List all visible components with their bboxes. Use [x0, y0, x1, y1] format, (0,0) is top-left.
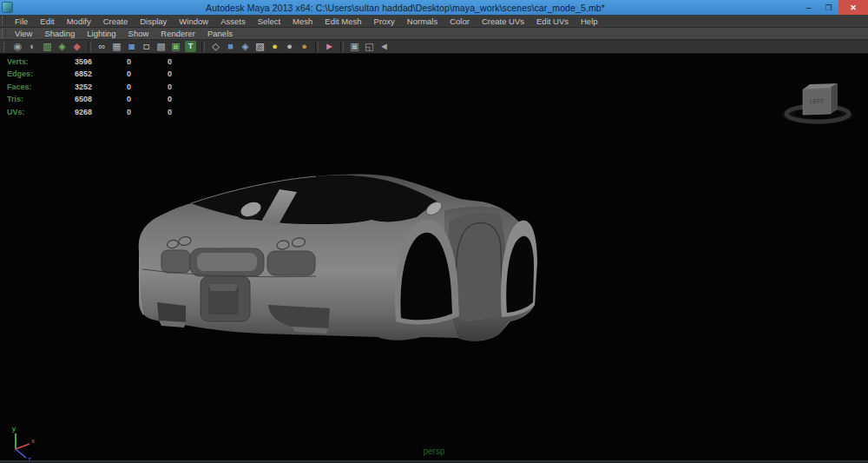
camera-attributes-icon[interactable]: ▥ — [42, 41, 53, 52]
menu-help[interactable]: Help — [575, 17, 604, 26]
panel-menu-renderer[interactable]: Renderer — [155, 29, 201, 38]
hud-row-edges: Edges: 6852 0 0 — [7, 68, 172, 80]
hud-value: 3252 — [68, 81, 92, 93]
axis-x-label: x — [31, 437, 35, 445]
menu-create-uvs[interactable]: Create UVs — [476, 17, 530, 26]
axis-gizmo: y x z — [3, 422, 42, 462]
close-button[interactable]: ✕ — [838, 0, 868, 15]
menu-display[interactable]: Display — [134, 17, 173, 26]
smooth-shade-icon[interactable]: ■ — [225, 41, 236, 52]
hud-value: 6508 — [68, 93, 92, 105]
minimize-button[interactable]: – — [799, 0, 819, 15]
menu-mesh[interactable]: Mesh — [286, 17, 319, 26]
viewport-persp[interactable]: Verts: 3596 0 0 Edges: 6852 0 0 Faces: 3… — [0, 54, 868, 460]
hud-label: Edges: — [7, 68, 68, 80]
camera-label: persp — [373, 446, 495, 456]
ambient-occlusion-icon[interactable]: ● — [299, 41, 310, 52]
menu-select[interactable]: Select — [252, 17, 286, 26]
hud-value: 0 — [131, 106, 172, 118]
menu-create[interactable]: Create — [97, 17, 135, 26]
menu-grip — [2, 17, 6, 25]
menu-window[interactable]: Window — [173, 17, 214, 26]
wireframe-on-shaded-icon[interactable]: ◈ — [240, 41, 251, 52]
frame-outline-icon[interactable]: ◱ — [364, 41, 375, 52]
view-cube[interactable]: LEFT — [777, 75, 864, 129]
hud-row-uvs: UVs: 9268 0 0 — [7, 106, 172, 118]
car-model-mesh[interactable] — [130, 167, 542, 351]
toolbar-separator — [340, 42, 344, 52]
menu-edit-uvs[interactable]: Edit UVs — [530, 17, 575, 26]
panel-toolbar: ◉ ◐ ▥ ◈ ◆ ∞ ▦ ◙ ◘ ▩ ▣ T ◇ ■ ◈ ▨ ● ● ● ► … — [0, 40, 868, 54]
menu-file[interactable]: File — [9, 17, 34, 26]
panel-menu-show[interactable]: Show — [122, 29, 155, 38]
toolbar-grip — [3, 43, 8, 51]
panel-menu-panels[interactable]: Panels — [201, 29, 239, 38]
view-cube-face-label: LEFT — [810, 98, 824, 104]
field-chart-icon[interactable]: ▩ — [155, 41, 167, 52]
menu-assets[interactable]: Assets — [214, 17, 252, 26]
maximize-button[interactable]: ❐ — [819, 0, 838, 15]
2d-pan-zoom-icon[interactable]: ∞ — [96, 41, 108, 52]
hud-value: 0 — [92, 81, 131, 93]
hud-row-tris: Tris: 6508 0 0 — [7, 93, 172, 105]
isolate-select-icon[interactable]: ► — [324, 41, 335, 52]
shadows-icon[interactable]: ● — [284, 41, 295, 52]
hud-label: Faces: — [7, 81, 68, 93]
bookmarks-icon[interactable]: ◈ — [56, 41, 68, 52]
menu-normals[interactable]: Normals — [401, 17, 444, 26]
film-gate-icon[interactable]: ▦ — [111, 41, 122, 52]
maya-app-icon[interactable] — [3, 3, 12, 12]
panel-menu-grip — [2, 30, 6, 38]
maya-window: Autodesk Maya 2013 x64: C:\Users\sultan … — [0, 0, 868, 463]
panel-menu-shading[interactable]: Shading — [38, 29, 81, 38]
panel-menu-view[interactable]: View — [9, 29, 38, 38]
main-menu-bar: File Edit Modify Create Display Window A… — [0, 15, 868, 28]
textured-icon[interactable]: ▨ — [254, 41, 266, 52]
hud-row-faces: Faces: 3252 0 0 — [7, 81, 172, 93]
toolbar-separator — [88, 42, 91, 52]
poly-count-hud: Verts: 3596 0 0 Edges: 6852 0 0 Faces: 3… — [7, 56, 172, 118]
resolution-gate-icon[interactable]: ◙ — [126, 41, 137, 52]
hud-value: 0 — [92, 68, 131, 80]
hud-value: 0 — [92, 56, 131, 68]
panel-menu-lighting[interactable]: Lighting — [81, 29, 122, 38]
window-title: Autodesk Maya 2013 x64: C:\Users\sultan … — [12, 3, 799, 13]
hud-value: 0 — [92, 106, 131, 118]
hud-value: 6852 — [68, 68, 92, 80]
menu-edit[interactable]: Edit — [34, 17, 60, 26]
output-connections-icon[interactable]: ◄ — [378, 41, 390, 52]
toolbar-separator — [315, 42, 319, 52]
shaded-cube-icon[interactable]: ▣ — [349, 41, 360, 52]
select-camera-icon[interactable]: ◉ — [12, 41, 23, 52]
panel-menu-bar: View Shading Lighting Show Renderer Pane… — [0, 28, 868, 40]
hud-label: Tris: — [7, 93, 68, 105]
image-plane-icon[interactable]: ◆ — [71, 41, 82, 52]
safe-action-icon[interactable]: ▣ — [170, 41, 181, 52]
menu-edit-mesh[interactable]: Edit Mesh — [319, 17, 367, 26]
wireframe-icon[interactable]: ◇ — [210, 41, 221, 52]
menu-proxy[interactable]: Proxy — [368, 17, 401, 26]
menu-color[interactable]: Color — [444, 17, 476, 26]
hud-label: Verts: — [7, 56, 68, 68]
hud-row-verts: Verts: 3596 0 0 — [7, 56, 172, 68]
hud-value: 3596 — [68, 56, 92, 68]
hud-value: 0 — [92, 93, 131, 105]
titlebar: Autodesk Maya 2013 x64: C:\Users\sultan … — [0, 0, 868, 15]
menu-modify[interactable]: Modify — [61, 17, 97, 26]
lock-camera-icon[interactable]: ◐ — [27, 41, 38, 52]
hud-value: 0 — [131, 93, 172, 105]
hud-value: 9268 — [68, 106, 92, 118]
safe-title-icon[interactable]: T — [185, 41, 196, 52]
hud-label: UVs: — [7, 106, 68, 118]
gate-mask-icon[interactable]: ◘ — [141, 41, 152, 52]
toolbar-separator — [201, 42, 205, 52]
hud-value: 0 — [131, 68, 172, 80]
hud-value: 0 — [131, 81, 172, 93]
hud-value: 0 — [131, 56, 172, 68]
axis-y-label: y — [12, 425, 16, 433]
window-controls: – ❐ ✕ — [799, 0, 868, 15]
use-all-lights-icon[interactable]: ● — [269, 41, 280, 52]
